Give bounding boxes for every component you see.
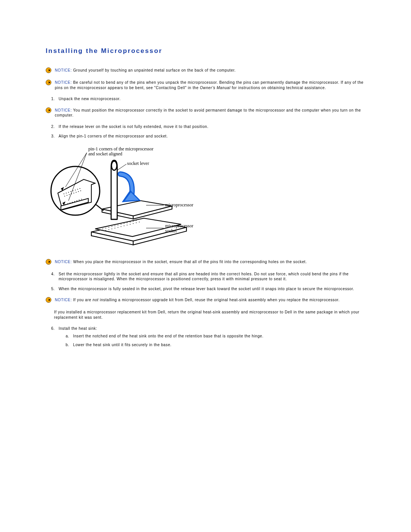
steps-list: 2. If the release lever on the socket is… xyxy=(46,124,365,139)
svg-point-9 xyxy=(108,227,109,228)
svg-point-20 xyxy=(108,229,109,230)
step-text: When the microprocessor is fully seated … xyxy=(59,286,365,292)
step-number: 2. xyxy=(46,124,59,129)
diagram-label-socket: microprocessor xyxy=(165,223,193,228)
step-text-body: Install the heat sink: xyxy=(59,326,97,331)
step-number: 6. xyxy=(46,326,59,351)
not-emphasis: not xyxy=(92,298,99,302)
diagram-label-pin1: pin-1 corners of the microprocessor xyxy=(88,146,153,152)
svg-point-29 xyxy=(136,222,137,223)
step-1: 1. Unpack the new microprocessor. xyxy=(46,96,365,102)
notice-label: NOTICE: xyxy=(55,260,72,264)
svg-point-45 xyxy=(75,190,76,190)
svg-point-56 xyxy=(65,204,66,205)
diagram-label-socket: socket xyxy=(165,228,177,233)
svg-point-23 xyxy=(118,227,118,228)
owners-manual-ref: Owner's Manual xyxy=(200,86,230,90)
section-title: Installing the Microprocessor xyxy=(46,47,365,55)
notice-body: Ground yourself by touching an unpainted… xyxy=(73,68,236,72)
svg-point-18 xyxy=(136,220,137,221)
step-text: Unpack the new microprocessor. xyxy=(59,96,365,102)
svg-point-49 xyxy=(67,195,67,196)
step-text: If the release lever on the socket is no… xyxy=(59,124,365,129)
diagram-label-proc: microprocessor xyxy=(165,202,193,208)
notice-icon xyxy=(46,259,53,265)
svg-point-48 xyxy=(64,196,65,197)
svg-point-12 xyxy=(118,225,118,225)
svg-point-58 xyxy=(70,203,70,203)
svg-point-26 xyxy=(127,225,127,225)
svg-point-44 xyxy=(73,190,73,191)
svg-point-52 xyxy=(73,193,74,193)
notice-label: NOTICE: xyxy=(55,80,72,85)
diagram-label-pin1: and socket aligned xyxy=(88,151,122,157)
notice-text: NOTICE: When you place the microprocesso… xyxy=(55,259,365,265)
step-6b: b. Lower the heat sink until it fits sec… xyxy=(59,342,365,348)
steps-list: 4. Set the microprocessor lightly in the… xyxy=(46,272,365,292)
step-number: 4. xyxy=(46,272,59,282)
step-number: 3. xyxy=(46,134,59,139)
svg-point-50 xyxy=(69,194,70,195)
step-text: Install the heat sink: a. Insert the not… xyxy=(59,326,365,351)
substep-letter: a. xyxy=(59,334,73,339)
svg-point-72 xyxy=(46,259,51,264)
svg-point-30 xyxy=(139,222,140,222)
notice-label: NOTICE: xyxy=(55,298,72,302)
step-3: 3. Align the pin-1 corners of the microp… xyxy=(46,134,365,139)
return-paragraph: If you installed a microprocessor replac… xyxy=(54,310,365,320)
step-number: 5. xyxy=(46,286,59,292)
svg-point-10 xyxy=(112,226,112,227)
svg-point-61 xyxy=(76,200,77,201)
svg-point-21 xyxy=(112,228,112,229)
substep-letter: b. xyxy=(59,342,73,348)
step-2: 2. If the release lever on the socket is… xyxy=(46,124,365,129)
svg-point-24 xyxy=(121,226,121,227)
svg-point-2 xyxy=(46,107,51,113)
svg-point-43 xyxy=(70,191,71,192)
svg-line-66 xyxy=(96,204,104,211)
svg-point-54 xyxy=(78,191,79,192)
substep-text: Insert the notched end of the heat sink … xyxy=(73,334,263,339)
step-6a: a. Insert the notched end of the heat si… xyxy=(59,334,365,339)
svg-point-47 xyxy=(80,188,80,189)
svg-point-16 xyxy=(130,222,131,222)
svg-point-53 xyxy=(76,192,76,193)
step-text: Align the pin-1 corners of the microproc… xyxy=(59,134,365,139)
svg-line-69 xyxy=(117,164,126,170)
steps-list: 6. Install the heat sink: a. Insert the … xyxy=(46,326,365,351)
notice-ground: NOTICE: Ground yourself by touching an u… xyxy=(46,68,365,74)
substeps-list: a. Insert the notched end of the heat si… xyxy=(59,334,365,348)
notice-label: NOTICE: xyxy=(55,108,72,112)
svg-point-14 xyxy=(124,223,124,224)
svg-point-19 xyxy=(105,230,106,231)
svg-point-40 xyxy=(64,193,64,194)
svg-point-59 xyxy=(72,202,73,203)
notice-place: NOTICE: When you place the microprocesso… xyxy=(46,259,365,265)
svg-point-41 xyxy=(66,193,67,193)
svg-point-27 xyxy=(130,224,131,225)
svg-point-15 xyxy=(127,222,127,223)
notice-text: NOTICE: Ground yourself by touching an u… xyxy=(55,68,365,73)
svg-point-28 xyxy=(133,223,134,224)
step-text: Set the microprocessor lightly in the so… xyxy=(59,272,365,282)
svg-point-62 xyxy=(79,200,80,200)
svg-point-22 xyxy=(115,228,115,228)
svg-point-25 xyxy=(124,225,124,226)
svg-point-46 xyxy=(77,189,78,190)
svg-point-1 xyxy=(46,80,51,85)
notice-position: NOTICE: You must position the microproce… xyxy=(46,108,365,118)
notice-text: NOTICE: You must position the microproce… xyxy=(55,108,365,118)
notice-label: NOTICE: xyxy=(55,68,72,72)
svg-point-57 xyxy=(67,203,68,204)
notice-body: You must position the microprocessor cor… xyxy=(55,108,361,118)
notice-text: NOTICE: Be careful not to bend any of th… xyxy=(55,80,365,90)
svg-point-7 xyxy=(102,228,103,229)
notice-body: When you place the microprocessor in the… xyxy=(73,260,307,264)
svg-point-11 xyxy=(115,225,115,226)
notice-body-part: installing a microprocessor upgrade kit … xyxy=(99,298,340,302)
svg-point-34 xyxy=(112,161,117,170)
notice-icon xyxy=(46,80,53,86)
svg-point-0 xyxy=(46,68,51,73)
step-6: 6. Install the heat sink: a. Insert the … xyxy=(46,326,365,351)
notice-text: NOTICE: If you are not installing a micr… xyxy=(55,297,365,303)
